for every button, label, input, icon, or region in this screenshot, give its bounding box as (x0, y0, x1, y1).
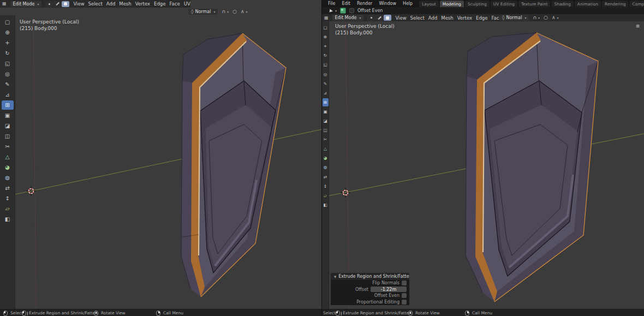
tool-transform[interactable]: ◎ (323, 70, 329, 79)
menu-face[interactable]: Face (169, 1, 180, 7)
tool-cursor[interactable]: ⊕ (2, 28, 14, 37)
mesh-object-right[interactable] (466, 33, 598, 302)
menu-help[interactable]: Help (399, 1, 416, 6)
orientation-dropdown[interactable]: ◊ Normal ▾ (499, 15, 529, 21)
tool-loop-cut[interactable]: ◫ (323, 126, 329, 135)
extrude-tool-icon[interactable] (340, 8, 346, 14)
menu-vertex[interactable]: Vertex (457, 15, 472, 21)
menu-add[interactable]: Add (428, 15, 437, 21)
tool-extrude-region[interactable]: ⊞ (2, 100, 14, 110)
tool-bevel[interactable]: ◪ (2, 121, 14, 130)
tab-texture-paint[interactable]: Texture Paint (518, 1, 550, 7)
edge-select-button[interactable] (53, 1, 61, 7)
tool-rotate[interactable]: ↻ (2, 49, 14, 58)
tool-edge-slide[interactable]: ⇄ (323, 172, 329, 181)
snap-toggle[interactable]: ∩ ▾ (533, 15, 540, 20)
menu-window[interactable]: Window (375, 1, 399, 6)
tool-knife[interactable]: ✂ (323, 135, 329, 144)
tool-shrink-fatten[interactable]: ↕ (323, 182, 329, 190)
operator-panel-header[interactable]: ▼ Extrude Region and Shrink/Fatten (331, 273, 409, 280)
menu-render[interactable]: Render (354, 1, 375, 6)
tab-modeling[interactable]: Modeling (440, 1, 464, 7)
tool-loop-cut[interactable]: ◫ (2, 132, 14, 141)
face-select-button[interactable] (62, 1, 69, 7)
tool-bevel[interactable]: ◪ (323, 117, 329, 126)
tool-cursor[interactable]: ⊕ (323, 33, 329, 41)
tool-move[interactable]: + (323, 42, 329, 51)
tool-rip-region[interactable]: ◧ (2, 214, 14, 224)
proportional-editing-icon[interactable]: ○ (232, 9, 237, 14)
tool-spin[interactable]: ◕ (2, 163, 14, 172)
tool-scale[interactable]: ◱ (2, 59, 14, 68)
sidebar-toggle-icon[interactable]: ▤ (634, 23, 641, 29)
menu-edit[interactable]: Edit (338, 1, 354, 6)
tab-uv-editing[interactable]: UV Editing (491, 1, 517, 7)
menu-uv[interactable]: UV (184, 1, 190, 7)
editor-type-icon[interactable]: ▦ (324, 16, 329, 20)
tool-shear[interactable]: ▱ (323, 191, 329, 200)
tool-poly-build[interactable]: △ (323, 145, 329, 153)
menu-file[interactable]: File (325, 1, 338, 6)
mode-dropdown[interactable]: Edit Mode ▾ (10, 1, 42, 7)
orientation-dropdown[interactable]: ◊ Normal ▾ (188, 9, 218, 15)
vertex-select-button[interactable] (45, 1, 53, 7)
tool-inset-faces[interactable]: ▣ (323, 108, 329, 116)
tab-sculpting[interactable]: Sculpting (465, 1, 490, 7)
tool-extrude-region[interactable]: ⊞ (323, 98, 329, 107)
tool-select-box[interactable]: ▢ (2, 17, 14, 27)
tab-rendering[interactable]: Rendering (602, 1, 628, 7)
tool-rotate[interactable]: ↻ (323, 51, 329, 60)
tool-inset-faces[interactable]: ▣ (2, 111, 14, 120)
vertex-select-button[interactable] (367, 15, 375, 21)
chevron-down-icon: ▾ (213, 10, 215, 14)
tool-select-box[interactable]: ▢ (323, 23, 329, 32)
falloff-dropdown[interactable]: ∧ ▾ (241, 9, 248, 14)
menu-vertex[interactable]: Vertex (135, 1, 150, 7)
select-mode-buttons (367, 15, 391, 21)
edge-select-button[interactable] (375, 15, 383, 21)
menu-edge[interactable]: Edge (154, 1, 165, 7)
offset-even-checkbox[interactable] (349, 8, 354, 13)
menu-select[interactable]: Select (88, 1, 103, 7)
menu-view[interactable]: View (73, 1, 84, 7)
active-tool-selector[interactable]: ▾ (330, 9, 337, 13)
tool-rip-region[interactable]: ◧ (323, 201, 329, 210)
snap-toggle[interactable]: ∩ ▾ (222, 9, 229, 14)
tool-move[interactable]: + (2, 38, 14, 47)
mode-dropdown[interactable]: Edit Mode ▾ (332, 15, 364, 21)
tab-compositing[interactable]: Compositing (629, 1, 644, 7)
menu-select[interactable]: Select (410, 15, 425, 21)
tool-poly-build[interactable]: △ (2, 152, 14, 162)
tab-layout[interactable]: Layout (419, 1, 439, 7)
face-select-button[interactable] (384, 15, 391, 21)
tool-measure[interactable]: ⊿ (2, 90, 14, 99)
menu-edge[interactable]: Edge (476, 15, 487, 21)
tool-smooth[interactable]: ◍ (2, 173, 14, 182)
offset-value-field[interactable]: -1.22m (371, 287, 407, 292)
tool-shear[interactable]: ▱ (2, 204, 14, 213)
tool-annotate[interactable]: ✎ (2, 80, 14, 89)
menu-add[interactable]: Add (106, 1, 115, 7)
editor-type-icon[interactable]: ▦ (2, 2, 7, 6)
tab-animation[interactable]: Animation (575, 1, 601, 7)
flip-normals-checkbox[interactable] (402, 281, 407, 285)
falloff-dropdown[interactable]: ∧ ▾ (552, 15, 559, 20)
menu-mesh[interactable]: Mesh (119, 1, 131, 7)
tool-smooth[interactable]: ◍ (323, 163, 329, 172)
tool-annotate[interactable]: ✎ (323, 79, 329, 88)
tool-spin[interactable]: ◕ (323, 154, 329, 163)
tab-shading[interactable]: Shading (551, 1, 573, 7)
tool-shrink-fatten[interactable]: ↕ (2, 194, 14, 203)
viewport-overlay-left: User Perspective (Local) (215) Body.000 (20, 19, 79, 32)
mesh-object-left[interactable] (181, 33, 286, 297)
offset-even-checkbox[interactable] (402, 293, 407, 298)
tool-transform[interactable]: ◎ (2, 69, 14, 79)
menu-view[interactable]: View (395, 15, 406, 21)
tool-scale[interactable]: ◱ (323, 61, 329, 69)
tool-edge-slide[interactable]: ⇄ (2, 183, 14, 193)
tool-measure[interactable]: ⊿ (323, 88, 329, 97)
proportional-editing-checkbox[interactable] (402, 300, 407, 305)
menu-mesh[interactable]: Mesh (441, 15, 453, 21)
proportional-editing-icon[interactable]: ○ (544, 15, 548, 20)
tool-knife[interactable]: ✂ (2, 142, 14, 151)
